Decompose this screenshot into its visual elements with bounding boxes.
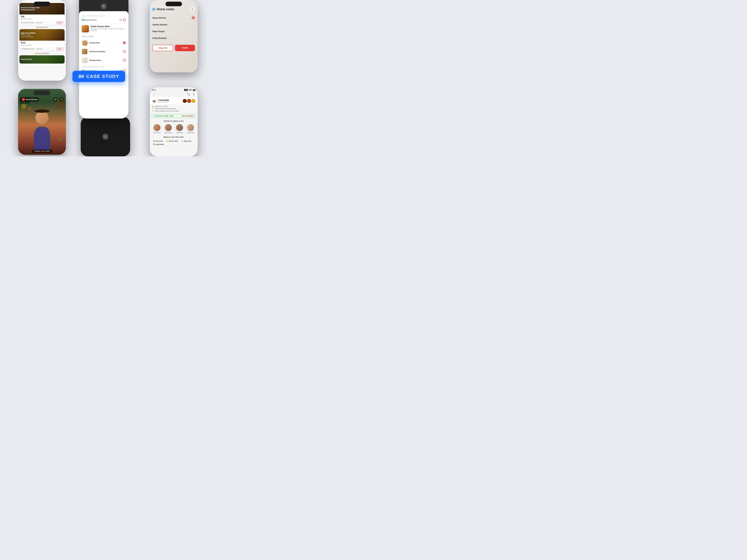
signal-icon: ▊▊▊ — [184, 89, 188, 91]
bread-item-roti[interactable]: 3xTawa Roti — [82, 38, 126, 47]
cook-priya[interactable]: Priya Beniwal — [187, 124, 194, 133]
close-button-bc[interactable]: × — [102, 134, 108, 140]
live-dot — [154, 115, 155, 116]
phone-top-right: Home cooks × Divya Khosla Savita Sharma … — [150, 0, 198, 73]
spice-img-1 — [183, 99, 187, 103]
close-button-center[interactable]: × — [101, 3, 107, 9]
bc-content: × — [81, 117, 130, 156]
cook-avatar-rajni — [176, 124, 183, 131]
pot-icon: 🍲 — [152, 99, 156, 103]
cook-avatar-name-savita: Savita Sharma — [164, 132, 172, 133]
radio-rice[interactable] — [123, 59, 126, 62]
delivery-row-3: 📋 Daily changing menu by home chefs — [152, 110, 195, 112]
cook-savita[interactable]: Savita Sharma — [164, 124, 172, 133]
cook-divya[interactable]: Divya Khosla — [153, 124, 161, 133]
delivery-icon-1: 🛵 — [152, 106, 154, 107]
base-curry-header: BASE CURRY — [82, 34, 126, 38]
add-more-top: ADD MORE BREADS / RICE — [82, 14, 126, 18]
today-meals-title: TODAY'S MEALS BY — [150, 119, 198, 123]
video-controls: 🔊 ✕ — [53, 97, 64, 102]
meal-tag-paneer[interactable]: 🧀 Paneer meals — [165, 140, 180, 142]
home-cooks-title: Home cooks — [157, 7, 174, 11]
veg-icon-tawa-top — [82, 19, 84, 21]
radio-savita[interactable] — [192, 23, 195, 26]
tawa-row-top: Tawa Roti (1pc) ₹5 — [82, 18, 126, 22]
modal-sheet: ADD MORE BREADS / RICE Tawa Roti (1pc) ₹… — [79, 11, 128, 118]
meals-of-day-title: MEALS OF THE DAY — [150, 135, 198, 139]
info-icon[interactable]: ℹ — [192, 92, 196, 96]
veg-tag-icon: ✅ — [153, 140, 155, 142]
phone-bottom-right: 8:11 ▊▊▊ WiFi ▓▓ ‹ 🔍 ℹ 🍲 ♥ everyd — [150, 87, 198, 156]
meal-title-egg: Egg Curry Meal Egg Curry with Rice/Roti/… — [21, 32, 41, 38]
add-button-egg[interactable]: ADD + — [56, 48, 63, 50]
cook-name-priya: Priya Beniwal — [153, 37, 166, 39]
bread-item-parantha[interactable]: 2xTikona Parantha — [82, 47, 126, 56]
close-button-tr[interactable]: × — [190, 7, 195, 12]
meal-by-egg: By Divya Khosla — [21, 44, 63, 46]
bread-item-rice[interactable]: Steamed Rice — [82, 56, 126, 65]
status-time: 8:11 — [152, 89, 156, 91]
delivery-row-1: 🛵 Delivery in 17 mins — [152, 105, 195, 107]
battery-icon: ▓▓ — [193, 89, 195, 91]
wifi-icon: WiFi — [189, 89, 192, 91]
cook-name-savita: Savita Sharma — [153, 23, 167, 26]
meal-card-egg: Egg Curry Meal Egg Curry with Rice/Roti/… — [20, 29, 65, 51]
delivery-info: 🛵 Delivery in 17 mins ⭐ Highest quality,… — [150, 104, 198, 113]
radio-parantha[interactable] — [123, 50, 126, 53]
cook-item-priya[interactable]: Priya Beniwal — [153, 35, 195, 42]
cook-avatar-divya — [153, 124, 161, 131]
bread-thumb-parantha — [82, 49, 87, 54]
meal-card-shahi: Shahi Paneer — [20, 55, 65, 63]
nav-bar: ‹ 🔍 ℹ — [150, 91, 198, 98]
meal-also-egg: Dal Tadka/Dal Makhi... read more ADD + — [20, 47, 65, 51]
back-icon[interactable]: ‹ — [152, 92, 156, 96]
bread-name-roti: 3xTawa Roti — [89, 42, 121, 44]
meal-title-shahi: Shahi Paneer — [21, 58, 32, 60]
radio-tawa-top[interactable] — [123, 19, 126, 21]
cook-avatar-priya — [187, 124, 194, 131]
brand-name: everyday — [159, 99, 169, 101]
delivery-icon-3: 📋 — [152, 110, 154, 112]
cook-item-rajni[interactable]: Rajni Gupta — [153, 28, 195, 35]
add-more-bottom: ADD MORE BREADS / RICE — [82, 65, 126, 68]
cook-avatar-name-priya: Priya Beniwal — [187, 132, 194, 133]
meal-price-egg: ₹104 — [21, 42, 63, 44]
video-subtitle: "Subtitles of the video" — [32, 150, 52, 153]
close-video-button[interactable]: ✕ — [59, 97, 64, 102]
cook-name-divya: Divya Khosla — [153, 17, 166, 19]
add-button-paneer[interactable]: ADD + — [56, 21, 63, 24]
meal-info-meta: 463.2kcal • 12.1g Protein • 23.3g Carbs … — [91, 28, 126, 31]
mute-button[interactable]: 🔊 — [53, 97, 58, 102]
bread-name-rice: Steamed Rice — [89, 59, 121, 61]
clear-all-button[interactable]: Clear All — [153, 45, 173, 51]
spice-img-3 — [191, 99, 195, 103]
phone-top-left: Paneer Do Pyaza with Roti/paratha/rice ₹… — [18, 0, 66, 81]
phone-tl-content: Paneer Do Pyaza with Roti/paratha/rice ₹… — [18, 0, 66, 81]
search-icon[interactable]: 🔍 — [186, 92, 190, 96]
radio-priya[interactable] — [192, 36, 195, 40]
cook-rajni[interactable]: Rajni Gupta — [176, 124, 183, 133]
egg-tag-icon: 🥚 — [181, 140, 183, 142]
cook-name-rajni: Rajni Gupta — [153, 30, 164, 33]
meal-title-paneer: Paneer Do Pyaza with Roti/paratha/rice — [21, 7, 41, 11]
meal-also-paneer: Dal Tadka/Dal Makhi... read more ADD + — [20, 21, 65, 25]
lunch-label: Lunch live 12:30 - 3 pm — [155, 115, 174, 117]
apply-button[interactable]: Apply — [175, 45, 195, 51]
cook-item-savita[interactable]: Savita Sharma — [153, 21, 195, 28]
bread-thumb-rice — [82, 57, 87, 63]
meal-info-title: Shahi Paneer Meal — [91, 25, 126, 28]
cook-item-divya[interactable]: Divya Khosla — [153, 15, 195, 21]
radio-roti[interactable] — [123, 41, 126, 44]
tr-header: Home cooks × — [153, 7, 195, 12]
behance-case-study-text: CASE STUDY — [86, 74, 119, 79]
radio-divya[interactable] — [192, 16, 195, 20]
behance-logo: Bē — [78, 74, 84, 79]
radio-rajni[interactable] — [192, 30, 195, 33]
meal-tag-egg[interactable]: 🥚 Egg meals — [180, 140, 193, 142]
delivery-icon-2: ⭐ — [152, 108, 154, 109]
bread-thumb-roti — [82, 40, 87, 46]
meal-tag-veg[interactable]: ✅ Veg meals — [152, 140, 164, 142]
meal-tag-veg-s[interactable]: ✅ Veg Meal(S) — [152, 143, 165, 146]
brand-tagline: tastes like home! — [157, 101, 169, 103]
view-mealtimes-link[interactable]: View mealtimes — [182, 115, 194, 117]
